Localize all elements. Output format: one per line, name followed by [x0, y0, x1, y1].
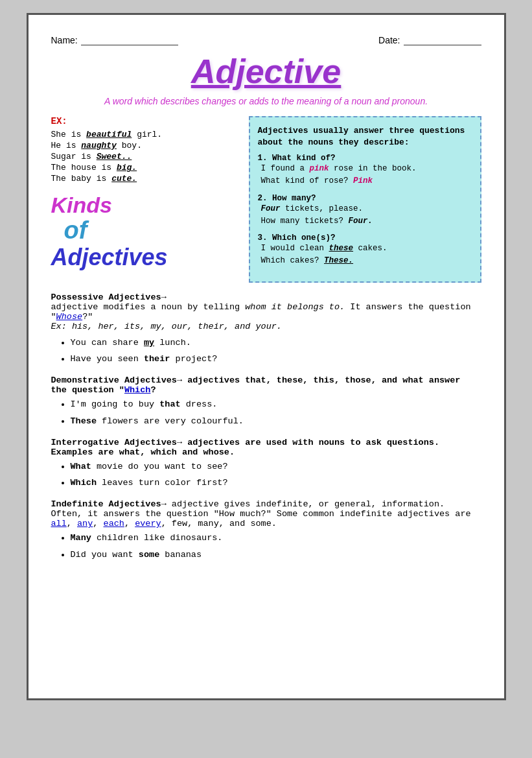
which-word: Which: [71, 478, 97, 488]
q3-ex2: Which cakes? These.: [261, 255, 472, 267]
demonstrative-bullet-1: I'm going to buy that dress.: [71, 398, 481, 411]
these-answer: These.: [324, 256, 353, 265]
interrogative-section: Interrogative Adjectives→ adjectives are…: [51, 438, 481, 490]
date-label: Date:: [378, 35, 400, 45]
many-word: Many: [71, 533, 91, 543]
these-bold-word: These: [71, 416, 97, 426]
page-subtitle: A word which describes changes or adds t…: [51, 96, 481, 106]
link-all: all: [51, 519, 67, 528]
whose-link: Whose: [56, 312, 83, 322]
demonstrative-title-row: Demonstrative Adjectives→ adjectives tha…: [51, 375, 481, 395]
possessive-title-row: Possessive Adjectives→: [51, 292, 481, 302]
question-3: 3. Which one(s)? I would clean these cak…: [258, 233, 472, 267]
that-word: that: [159, 399, 180, 409]
whom-belongs-italic: whom it belongs to.: [245, 302, 345, 312]
example-1: She is beautiful girl.: [51, 130, 239, 139]
page: Name: Date: Adjective A word which descr…: [27, 13, 506, 700]
indefinite-section: Indefinite Adjectives→ adjective gives i…: [51, 499, 481, 562]
interrogative-title-row: Interrogative Adjectives→ adjectives are…: [51, 438, 481, 457]
possessive-title: Possessive Adjectives→: [51, 292, 167, 302]
indefinite-title: Indefinite Adjectives→: [51, 499, 167, 509]
page-title: Adjective: [51, 52, 481, 91]
four-answer: Four.: [349, 217, 373, 226]
adjectives-word: Adjectives: [51, 244, 168, 270]
q1-ex1: I found a pink rose in the book.: [261, 163, 472, 175]
demonstrative-title: Demonstrative Adjectives→ adjectives tha…: [51, 375, 461, 395]
possessive-section: Possessive Adjectives→ adjective modifie…: [51, 292, 481, 366]
which-link: Which: [124, 385, 151, 395]
of-word: of: [64, 217, 87, 244]
name-underline: [81, 34, 178, 45]
their-word: their: [144, 354, 170, 364]
name-field-group: Name:: [51, 34, 178, 45]
q3-ex1: I would clean these cakes.: [261, 243, 472, 255]
possessive-bullets: You can share my lunch. Have you seen th…: [71, 337, 481, 366]
q2-ex2: How many tickets? Four.: [261, 215, 472, 228]
date-field-group: Date:: [378, 34, 481, 45]
date-underline: [404, 34, 481, 45]
example-3: Sugar is Sweet..: [51, 152, 239, 161]
indefinite-bullet-2: Did you want some bananas: [71, 549, 481, 562]
adj-naughty: naughty: [81, 141, 117, 150]
possessive-desc: adjective modifies a noun by telling who…: [51, 302, 481, 322]
kinds-text: Kinds of Adjectives: [51, 193, 239, 270]
interrogative-title: Interrogative Adjectives→ adjectives are…: [51, 438, 440, 457]
some-word: some: [139, 550, 159, 560]
kinds-section: Kinds of Adjectives: [51, 193, 239, 270]
adj-sweet: Sweet..: [97, 152, 132, 161]
indefinite-bullets: Many children like dinosaurs. Did you wa…: [71, 532, 481, 562]
my-word: my: [144, 338, 154, 348]
name-date-row: Name: Date:: [51, 34, 481, 45]
these-word: these: [329, 244, 354, 253]
adj-big: big.: [117, 163, 137, 172]
examples-section: EX: She is beautiful girl. He is naughty…: [51, 116, 239, 184]
demonstrative-bullet-2: These flowers are very colourful.: [71, 415, 481, 428]
question-1: 1. What kind of? I found a pink rose in …: [258, 154, 472, 187]
ex-label: EX:: [51, 116, 239, 126]
what-word: What: [71, 462, 91, 471]
indefinite-bullet-1: Many children like dinosaurs.: [71, 532, 481, 545]
interrogative-bullet-1: What movie do you want to see?: [71, 460, 481, 473]
q3-label: 3. Which one(s)?: [258, 233, 336, 243]
link-every: every: [135, 519, 161, 528]
interrogative-bullets: What movie do you want to see? Which lea…: [71, 460, 481, 490]
question-2: 2. How many? Four tickets, please. How m…: [258, 194, 472, 228]
link-any: any: [77, 519, 93, 528]
pink-word: pink: [310, 164, 329, 173]
q1-ex2: What kind of rose? Pink: [261, 175, 472, 187]
questions-box: Adjectives usually answer three question…: [249, 116, 481, 283]
adj-cute: cute.: [111, 174, 137, 184]
four-word: Four: [261, 204, 281, 213]
interrogative-bullet-2: Which leaves turn color first?: [71, 477, 481, 490]
possessive-bullet-2: Have you seen their project?: [71, 353, 481, 366]
q2-ex1: Four tickets, please.: [261, 203, 472, 215]
example-2: He is naughty boy.: [51, 141, 239, 150]
adj-modifies-text: adjective modifies a noun by telling who…: [51, 302, 471, 322]
possessive-bullet-1: You can share my lunch.: [71, 337, 481, 349]
name-label: Name:: [51, 35, 78, 45]
adj-beautiful: beautiful: [86, 130, 132, 139]
q2-label: 2. How many?: [258, 194, 316, 203]
kinds-word: Kinds: [51, 193, 112, 217]
link-each: each: [104, 519, 124, 528]
pink-answer: Pink: [353, 176, 373, 185]
demonstrative-section: Demonstrative Adjectives→ adjectives tha…: [51, 375, 481, 428]
box-title: Adjectives usually answer three question…: [258, 125, 472, 148]
example-4: The house is big.: [51, 163, 239, 172]
example-5: The baby is cute.: [51, 174, 239, 184]
indefinite-title-row: Indefinite Adjectives→ adjective gives i…: [51, 499, 481, 528]
q1-label: 1. What kind of?: [258, 154, 336, 163]
demonstrative-bullets: I'm going to buy that dress. These flowe…: [71, 398, 481, 428]
possessive-ex: Ex: his, her, its, my, our, their, and y…: [51, 322, 481, 331]
two-column-section: EX: She is beautiful girl. He is naughty…: [51, 116, 481, 283]
left-column: EX: She is beautiful girl. He is naughty…: [51, 116, 239, 283]
